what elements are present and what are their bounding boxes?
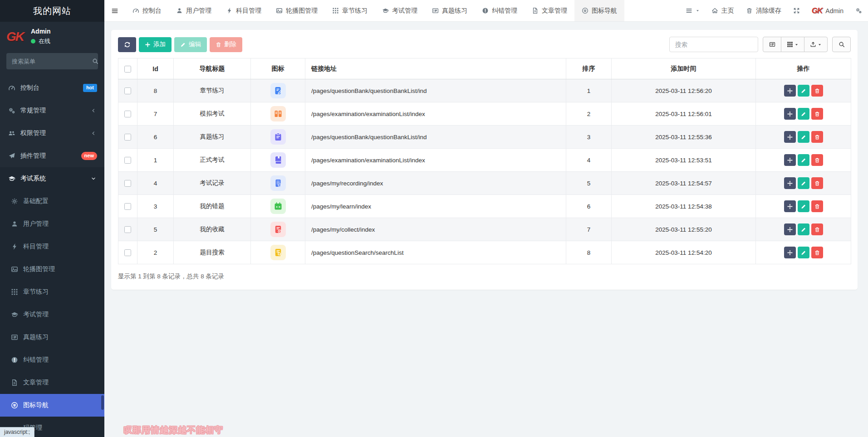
sidebar-item-real-practice[interactable]: 真题练习 (0, 326, 104, 349)
topnav-tab-user-manage[interactable]: 用户管理 (169, 0, 219, 21)
topnav-tab-correction-manage[interactable]: 纠错管理 (475, 0, 525, 21)
row-checkbox[interactable] (124, 226, 131, 233)
row-checkbox[interactable] (124, 249, 131, 256)
table-row: 7 模拟考试 /pages/examination/examinationLis… (118, 102, 851, 126)
drag-sort-button[interactable] (784, 154, 796, 166)
row-delete-button[interactable] (811, 200, 823, 212)
search-icon (92, 58, 99, 64)
row-delete-button[interactable] (811, 177, 823, 189)
delete-button[interactable]: 删除 (210, 37, 242, 52)
sidebar-item-correction-manage[interactable]: 纠错管理 (0, 349, 104, 371)
drag-sort-button[interactable] (784, 247, 796, 258)
topnav-tab-icon-nav[interactable]: 图标导航 (574, 0, 624, 21)
row-delete-button[interactable] (811, 131, 823, 143)
home-icon (711, 7, 718, 14)
cell-sort: 2 (566, 102, 612, 126)
sidebar-item-addon[interactable]: 插件管理new (0, 145, 104, 167)
row-checkbox[interactable] (124, 180, 131, 187)
move-icon (786, 157, 794, 163)
row-edit-button[interactable] (798, 108, 809, 120)
drag-sort-button[interactable] (784, 177, 796, 189)
row-delete-button[interactable] (811, 108, 823, 120)
row-edit-button[interactable] (798, 177, 809, 189)
clear-cache-link[interactable]: 清除缓存 (740, 0, 787, 21)
row-checkbox[interactable] (124, 134, 131, 141)
refresh-button[interactable] (118, 37, 136, 52)
sidebar-item-banner-manage[interactable]: 轮播图管理 (0, 258, 104, 281)
sidebar-item-base-config[interactable]: 基础配置 (0, 190, 104, 213)
row-edit-button[interactable] (798, 247, 809, 258)
sidebar-item-exam-system[interactable]: 考试系统 (0, 167, 104, 190)
cell-url: /pages/examination/examinationList/index (305, 149, 566, 172)
row-edit-button[interactable] (798, 131, 809, 143)
home-link[interactable]: 主页 (706, 0, 740, 21)
cell-id: 1 (137, 149, 174, 172)
row-edit-button[interactable] (798, 154, 809, 166)
sidebar-item-icon-nav[interactable]: 图标导航 (0, 394, 104, 417)
column-header-ops: 操作 (756, 58, 851, 79)
row-edit-button[interactable] (798, 200, 809, 212)
sidebar-item-user-manage[interactable]: 用户管理 (0, 213, 104, 235)
settings-button[interactable] (849, 0, 868, 21)
columns-button[interactable] (781, 37, 804, 52)
trash-icon (814, 250, 821, 256)
trash-icon (814, 111, 821, 117)
sidebar-item-exam-manage[interactable]: 考试管理 (0, 303, 104, 326)
sidebar-toggle-button[interactable] (104, 0, 125, 21)
cell-time: 2025-03-11 12:53:51 (612, 149, 756, 172)
expand-icon (793, 7, 800, 14)
drag-sort-button[interactable] (784, 108, 796, 120)
export-button[interactable] (804, 37, 828, 52)
trash-icon (814, 134, 821, 140)
cell-url: /pages/my/collect/index (305, 218, 566, 241)
select-all-checkbox[interactable] (124, 66, 131, 73)
sidebar-item-article-manage[interactable]: 文章管理 (0, 371, 104, 394)
cell-time: 2025-03-11 12:54:20 (612, 241, 756, 264)
row-checkbox[interactable] (124, 111, 131, 117)
drag-sort-button[interactable] (784, 200, 796, 212)
table-row: 6 真题练习 /pages/questionBank/questionBankL… (118, 126, 851, 149)
sidebar-search-input[interactable] (12, 58, 92, 65)
topnav-tab-dashboard[interactable]: 控制台 (125, 0, 169, 21)
drag-sort-button[interactable] (784, 223, 796, 235)
chevron-down-icon (91, 176, 96, 181)
row-edit-button[interactable] (798, 85, 809, 97)
toggle-view-button[interactable] (763, 37, 781, 52)
sidebar-scrollbar[interactable] (101, 395, 104, 410)
cell-time: 2025-03-11 12:55:36 (612, 126, 756, 149)
graduation-cap-icon (382, 7, 389, 14)
sidebar-item-chapter-practice[interactable]: 章节练习 (0, 281, 104, 303)
topnav-tab-chapter-practice[interactable]: 章节练习 (325, 0, 375, 21)
topnav-menu-dropdown[interactable] (680, 0, 706, 21)
pencil-icon (800, 204, 807, 209)
add-button[interactable]: 添加 (139, 37, 172, 52)
topnav-tab-article-manage[interactable]: 文章管理 (525, 0, 574, 21)
row-delete-button[interactable] (811, 154, 823, 166)
sidebar-item-general[interactable]: 常规管理 (0, 99, 104, 122)
row-delete-button[interactable] (811, 85, 823, 97)
sidebar-item-subject-manage[interactable]: 科目管理 (0, 235, 104, 258)
row-delete-button[interactable] (811, 247, 823, 258)
table-row: 3 我的错题 /pages/my/learn/index 6 2025-03-1… (118, 195, 851, 218)
table-search-input[interactable] (669, 37, 758, 52)
user-menu[interactable]: GK Admin (806, 0, 849, 21)
row-edit-button[interactable] (798, 223, 809, 235)
row-checkbox[interactable] (124, 157, 131, 164)
search-toggle-button[interactable] (832, 37, 851, 52)
row-checkbox[interactable] (124, 87, 131, 94)
pencil-icon (800, 250, 807, 256)
edit-button[interactable]: 编辑 (174, 37, 207, 52)
topnav-tab-banner-manage[interactable]: 轮播图管理 (269, 0, 325, 21)
sidebar-item-dashboard[interactable]: 控制台hot (0, 77, 104, 99)
fullscreen-button[interactable] (787, 0, 806, 21)
drag-sort-button[interactable] (784, 131, 796, 143)
topnav-tab-subject-manage[interactable]: 科目管理 (219, 0, 269, 21)
topnav-tab-real-practice[interactable]: 真题练习 (425, 0, 475, 21)
sidebar-item-auth[interactable]: 权限管理 (0, 122, 104, 145)
row-delete-button[interactable] (811, 223, 823, 235)
topnav-tab-exam-manage[interactable]: 考试管理 (375, 0, 425, 21)
drag-sort-button[interactable] (784, 85, 796, 97)
row-checkbox[interactable] (124, 203, 131, 210)
export-icon (810, 41, 816, 48)
exclamation-icon (11, 356, 18, 364)
